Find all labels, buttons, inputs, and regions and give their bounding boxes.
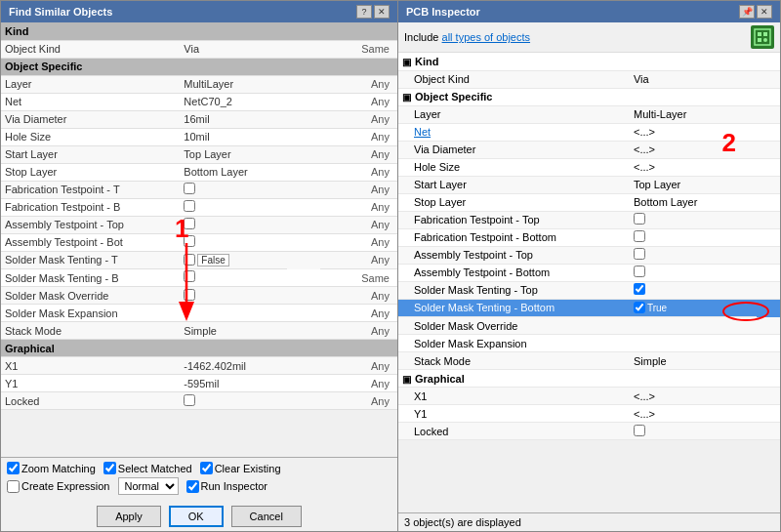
table-row: Start Layer Top Layer [398, 176, 780, 193]
table-row: Fabrication Testpoint - Bottom [398, 228, 780, 246]
button-row: Apply OK Cancel [1, 502, 397, 531]
create-expression-label[interactable]: Create Expression [7, 480, 110, 493]
right-locked-checkbox[interactable] [634, 425, 645, 436]
right-fab-top-checkbox[interactable] [634, 213, 645, 225]
right-smt-top-checkbox[interactable] [634, 283, 645, 295]
help-button[interactable]: ? [356, 5, 372, 19]
table-row: Stop Layer Bottom Layer Any [1, 163, 397, 181]
zoom-matching-label[interactable]: Zoom Matching [7, 462, 96, 474]
table-row: Via Diameter <...> [398, 141, 780, 158]
table-row: Stack Mode Simple Any [1, 322, 397, 340]
table-row: Solder Mask Tenting - B Same [1, 269, 397, 287]
table-row: Solder Mask Tenting - T False Any [1, 251, 397, 269]
table-row: Solder Mask Tenting - Top [398, 281, 780, 299]
right-title-bar: PCB Inspector 📌 ✕ [398, 1, 780, 22]
right-title-controls: 📌 ✕ [739, 5, 772, 19]
status-text: 3 object(s) are displayed [404, 516, 521, 528]
right-graphical-section: ▣Graphical [398, 370, 780, 388]
table-row: Solder Mask Expansion Any [1, 305, 397, 322]
cancel-button[interactable]: Cancel [231, 506, 302, 527]
svg-point-6 [763, 38, 767, 42]
smt-bot-checkbox[interactable] [184, 270, 195, 282]
table-row: Assembly Testpoint - Bot Any [1, 233, 397, 251]
smo-checkbox[interactable] [184, 289, 195, 301]
graphical-section-header: Graphical [1, 340, 397, 357]
bottom-controls: Zoom Matching Select Matched Clear Exist… [1, 457, 397, 502]
table-row: Y1 <...> [398, 405, 780, 423]
smt-bottom-row: Solder Mask Tenting - Bottom True [398, 299, 780, 317]
inspector-header: Include all types of objects [398, 22, 780, 53]
table-row: Locked Any [1, 392, 397, 410]
fab-testpoint-t-checkbox[interactable] [184, 183, 195, 194]
asm-testpoint-top-checkbox[interactable] [184, 218, 195, 229]
smt-top-value: False [197, 254, 228, 266]
svg-rect-4 [763, 32, 767, 36]
right-pin-button[interactable]: 📌 [739, 5, 755, 19]
right-smt-bot-checkbox[interactable] [634, 302, 645, 313]
table-row: Stack Mode Simple [398, 352, 780, 370]
right-panel-title: PCB Inspector [406, 6, 480, 18]
table-row: Solder Mask Override [398, 317, 780, 335]
apply-button[interactable]: Apply [97, 506, 161, 527]
table-row: Assembly Testpoint - Bottom [398, 264, 780, 281]
zoom-matching-checkbox[interactable] [7, 462, 20, 474]
table-row: Solder Mask Override Any [1, 287, 397, 305]
run-inspector-checkbox[interactable] [186, 480, 199, 493]
all-types-link[interactable]: all types of objects [442, 31, 531, 43]
locked-checkbox[interactable] [184, 394, 195, 406]
table-row: Object Kind Via Same [1, 40, 397, 58]
table-row: Hole Size <...> [398, 158, 780, 176]
create-expression-checkbox[interactable] [7, 480, 20, 493]
status-bar: 3 object(s) are displayed [398, 512, 780, 531]
smt-top-checkbox[interactable] [184, 254, 195, 266]
right-kind-section: ▣Kind [398, 53, 780, 70]
select-matched-label[interactable]: Select Matched [103, 462, 192, 474]
clear-existing-checkbox[interactable] [200, 462, 213, 474]
select-matched-checkbox[interactable] [103, 462, 116, 474]
table-row: Via Diameter 16mil Any [1, 110, 397, 128]
ok-button[interactable]: OK [169, 506, 224, 527]
table-row: Hole Size 10mil Any [1, 128, 397, 145]
left-title-bar: Find Similar Objects ? ✕ [1, 1, 397, 22]
left-panel-title: Find Similar Objects [9, 6, 112, 18]
asm-testpoint-bot-checkbox[interactable] [184, 235, 195, 247]
table-row: Layer Multi-Layer [398, 105, 780, 123]
clear-existing-label[interactable]: Clear Existing [200, 462, 281, 474]
table-row: Assembly Testpoint - Top Any [1, 216, 397, 233]
right-panel: PCB Inspector 📌 ✕ Include all types of o… [398, 0, 781, 532]
close-button[interactable]: ✕ [374, 5, 390, 19]
net-link[interactable]: Net [414, 126, 431, 138]
normal-select[interactable]: Normal [118, 477, 179, 495]
kind-section-header: Kind [1, 22, 397, 40]
right-close-button[interactable]: ✕ [757, 5, 772, 19]
table-row: X1 -1462.402mil Any [1, 357, 397, 375]
table-row: Stop Layer Bottom Layer [398, 193, 780, 211]
fab-testpoint-b-checkbox[interactable] [184, 200, 195, 212]
table-row: Fabrication Testpoint - Top [398, 211, 780, 228]
svg-rect-2 [755, 29, 770, 45]
table-row: Assembly Testpoint - Top [398, 246, 780, 264]
table-row: Net <...> [398, 123, 780, 141]
table-row: Y1 -595mil Any [1, 375, 397, 392]
right-asm-bot-checkbox[interactable] [634, 266, 645, 277]
smt-bot-value: True [647, 303, 667, 313]
table-row: Net NetC70_2 Any [1, 93, 397, 110]
object-specific-section-header: Object Specific [1, 58, 397, 75]
pcb-icon [751, 25, 774, 49]
table-row: Object Kind Via [398, 70, 780, 88]
right-asm-top-checkbox[interactable] [634, 248, 645, 260]
run-inspector-label[interactable]: Run Inspector [186, 480, 267, 493]
table-row: Layer MultiLayer Any [1, 75, 397, 93]
table-row: X1 <...> [398, 388, 780, 405]
title-controls: ? ✕ [356, 5, 390, 19]
svg-rect-3 [758, 32, 761, 36]
table-row: Solder Mask Expansion [398, 335, 780, 352]
right-fab-bot-checkbox[interactable] [634, 230, 645, 242]
table-row: Start Layer Top Layer Any [1, 145, 397, 163]
table-row: Fabrication Testpoint - B Any [1, 198, 397, 216]
include-text: Include all types of objects [404, 31, 530, 43]
right-object-specific-section: ▣Object Specific [398, 88, 780, 105]
svg-rect-5 [758, 38, 761, 42]
table-row: Locked [398, 423, 780, 440]
table-row: Fabrication Testpoint - T Any [1, 181, 397, 198]
